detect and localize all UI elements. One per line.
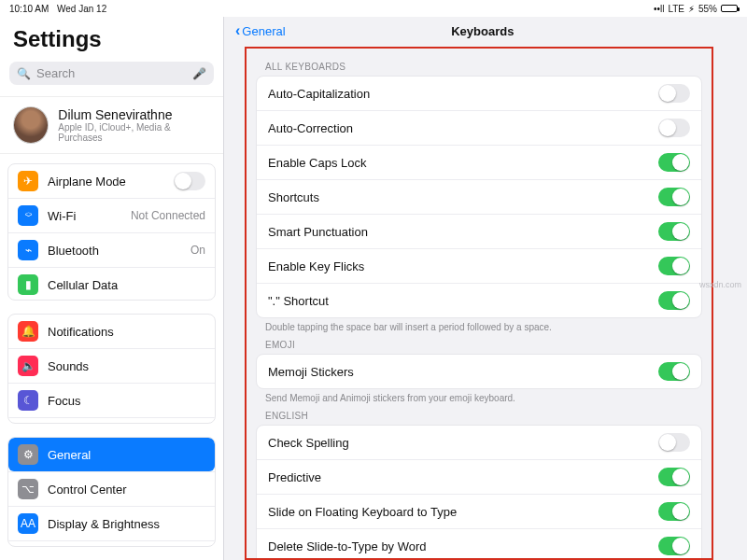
nav-title: Keyboards (286, 24, 680, 38)
sidebar-item-wifi[interactable]: ⌔Wi-FiNot Connected (8, 198, 215, 232)
profile-name: Dilum Senevirathne (58, 107, 210, 122)
setting-row-smartpunct: Smart Punctuation (257, 214, 701, 248)
display-icon: AA (18, 513, 38, 534)
setting-label: Check Spelling (268, 436, 349, 450)
setting-row-shortcuts: Shortcuts (257, 179, 701, 214)
setting-label: Auto-Capitalization (268, 87, 370, 101)
sidebar-item-label: General (48, 448, 91, 462)
focus-icon: ☾ (18, 390, 38, 411)
detail-pane: ‹ General Keyboards ALL KEYBOARDS Auto-C… (224, 17, 747, 560)
setting-row-dotshortcut: "." Shortcut (257, 283, 701, 317)
cellular-icon: ▮ (18, 274, 38, 295)
autocap-toggle[interactable] (658, 84, 690, 103)
sidebar-item-label: Bluetooth (48, 244, 99, 258)
notifications-icon: 🔔 (18, 321, 38, 342)
setting-row-predictive: Predictive (257, 459, 701, 494)
page-title: Settings (0, 22, 223, 62)
setting-label: Smart Punctuation (268, 225, 368, 239)
section-label-emoji: EMOJI (256, 332, 702, 354)
sidebar-item-label: Control Center (48, 483, 127, 497)
charging-icon: ⚡︎ (688, 4, 695, 14)
setting-label: Delete Slide-to-Type by Word (268, 539, 427, 553)
sidebar-item-label: Wi-Fi (48, 209, 76, 223)
section-label-all: ALL KEYBOARDS (256, 54, 702, 76)
settings-sidebar: Settings 🔍 Search 🎤 Dilum Senevirathne A… (0, 17, 224, 560)
setting-label: Auto-Correction (268, 121, 353, 135)
sidebar-item-label: Sounds (48, 359, 89, 373)
bluetooth-value: On (190, 244, 205, 257)
sidebar-item-general[interactable]: ⚙General (8, 438, 215, 471)
back-label: General (242, 24, 285, 38)
setting-row-checkspelling: Check Spelling (257, 426, 701, 459)
setting-label: Predictive (268, 470, 321, 484)
sidebar-item-controlcenter[interactable]: ⌥Control Center (8, 471, 215, 506)
sidebar-item-bluetooth[interactable]: ⌁BluetoothOn (8, 232, 215, 267)
highlight-box: ALL KEYBOARDS Auto-CapitalizationAuto-Co… (245, 47, 713, 560)
setting-row-capslock: Enable Caps Lock (257, 145, 701, 179)
shortcuts-toggle[interactable] (658, 188, 690, 206)
all-keyboards-footer: Double tapping the space bar will insert… (256, 318, 702, 332)
capslock-toggle[interactable] (658, 153, 690, 172)
setting-row-slidefloat: Slide on Floating Keyboard to Type (257, 494, 701, 528)
memoji-toggle[interactable] (658, 362, 690, 381)
wifi-value: Not Connected (131, 209, 205, 222)
search-icon: 🔍 (17, 67, 31, 80)
wifi-icon: ⌔ (18, 205, 38, 226)
profile-sub: Apple ID, iCloud+, Media & Purchases (58, 122, 210, 143)
sidebar-item-screentime[interactable]: ⧗Screen Time (8, 417, 215, 424)
setting-label: "." Shortcut (268, 294, 329, 308)
setting-label: Memoji Stickers (268, 365, 354, 379)
sidebar-item-label: Cellular Data (48, 278, 118, 292)
status-date: Wed Jan 12 (57, 4, 106, 14)
search-input[interactable]: 🔍 Search 🎤 (9, 62, 214, 85)
avatar (13, 106, 49, 144)
sidebar-item-cellular[interactable]: ▮Cellular Data (8, 267, 215, 301)
airplane-toggle[interactable] (174, 172, 205, 190)
bluetooth-icon: ⌁ (18, 240, 38, 260)
sidebar-item-label: Display & Brightness (48, 517, 160, 531)
keyflicks-toggle[interactable] (658, 257, 690, 275)
status-time: 10:10 AM (9, 4, 49, 14)
sidebar-item-label: Focus (48, 394, 80, 408)
sidebar-item-airplane[interactable]: ✈Airplane Mode (8, 164, 215, 198)
sidebar-item-focus[interactable]: ☾Focus (8, 383, 215, 417)
mic-icon[interactable]: 🎤 (192, 67, 206, 80)
setting-label: Enable Key Flicks (268, 259, 364, 273)
setting-row-autocap: Auto-Capitalization (257, 77, 701, 110)
sounds-icon: 🔈 (18, 356, 38, 376)
watermark: wsxdn.com (699, 280, 741, 289)
signal-bars-icon: ••ll (654, 4, 664, 14)
chevron-left-icon: ‹ (235, 22, 240, 39)
setting-label: Shortcuts (268, 190, 319, 204)
sidebar-item-homescreen[interactable]: ▦Home Screen & Dock (8, 540, 215, 547)
smartpunct-toggle[interactable] (658, 222, 690, 241)
battery-pct: 55% (698, 4, 717, 14)
setting-label: Slide on Floating Keyboard to Type (268, 505, 457, 519)
setting-row-memoji: Memoji Stickers (257, 355, 701, 388)
setting-row-keyflicks: Enable Key Flicks (257, 248, 701, 283)
battery-icon (721, 5, 738, 12)
checkspelling-toggle[interactable] (658, 433, 690, 452)
airplane-icon: ✈ (18, 171, 38, 191)
general-icon: ⚙ (18, 444, 38, 465)
setting-label: Enable Caps Lock (268, 156, 367, 170)
network-type: LTE (668, 4, 684, 14)
sidebar-item-label: Airplane Mode (48, 175, 126, 189)
dotshortcut-toggle[interactable] (658, 291, 690, 310)
sidebar-item-label: Notifications (48, 325, 114, 339)
predictive-toggle[interactable] (658, 468, 690, 486)
deleteslide-toggle[interactable] (658, 537, 690, 555)
autocorrect-toggle[interactable] (658, 119, 690, 137)
nav-bar: ‹ General Keyboards (224, 17, 747, 45)
sidebar-item-sounds[interactable]: 🔈Sounds (8, 348, 215, 383)
slidefloat-toggle[interactable] (658, 502, 690, 521)
controlcenter-icon: ⌥ (18, 479, 38, 499)
setting-row-autocorrect: Auto-Correction (257, 110, 701, 145)
sidebar-item-display[interactable]: AADisplay & Brightness (8, 506, 215, 540)
back-button[interactable]: ‹ General (235, 22, 286, 39)
apple-id-row[interactable]: Dilum Senevirathne Apple ID, iCloud+, Me… (0, 96, 223, 154)
emoji-footer: Send Memoji and Animoji stickers from yo… (256, 389, 702, 403)
sidebar-item-notifications[interactable]: 🔔Notifications (8, 315, 215, 348)
status-bar: 10:10 AM Wed Jan 12 ••ll LTE ⚡︎ 55% (0, 0, 747, 17)
setting-row-deleteslide: Delete Slide-to-Type by Word (257, 528, 701, 560)
